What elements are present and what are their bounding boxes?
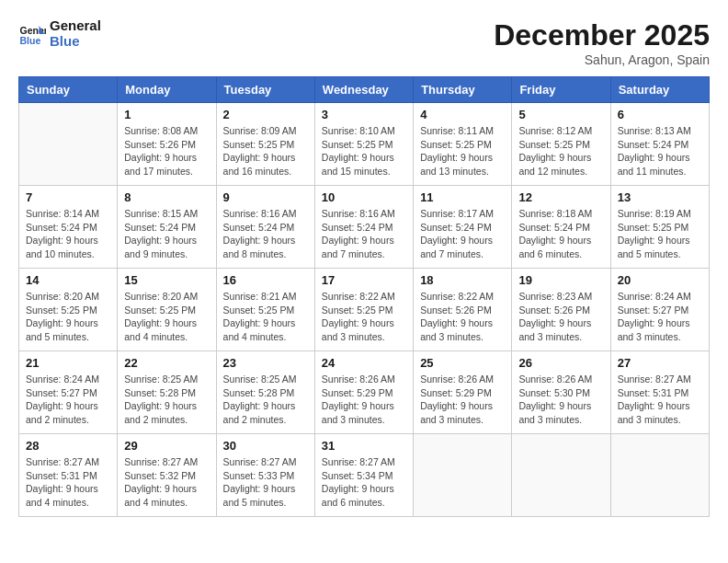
- day-number: 17: [322, 273, 406, 287]
- calendar-table: SundayMondayTuesdayWednesdayThursdayFrid…: [18, 76, 710, 517]
- calendar-cell: 2Sunrise: 8:09 AMSunset: 5:25 PMDaylight…: [216, 103, 314, 186]
- day-number: 14: [26, 273, 110, 287]
- sunrise-text: Sunrise: 8:23 AM: [518, 290, 603, 304]
- day-number: 13: [618, 190, 702, 204]
- daylight-text-2: and 3 minutes.: [518, 330, 603, 344]
- day-info: Sunrise: 8:13 AMSunset: 5:24 PMDaylight:…: [618, 124, 702, 178]
- day-number: 19: [518, 273, 603, 287]
- daylight-text-1: Daylight: 9 hours: [518, 316, 603, 330]
- sunrise-text: Sunrise: 8:14 AM: [26, 207, 110, 221]
- calendar-cell: 15Sunrise: 8:20 AMSunset: 5:25 PMDayligh…: [118, 269, 216, 351]
- daylight-text-2: and 3 minutes.: [618, 413, 702, 427]
- sunrise-text: Sunrise: 8:27 AM: [322, 455, 406, 469]
- daylight-text-2: and 5 minutes.: [618, 247, 702, 261]
- calendar-week-3: 14Sunrise: 8:20 AMSunset: 5:25 PMDayligh…: [19, 269, 710, 351]
- daylight-text-1: Daylight: 9 hours: [26, 482, 110, 496]
- daylight-text-1: Daylight: 9 hours: [518, 399, 603, 413]
- daylight-text-2: and 12 minutes.: [518, 165, 603, 178]
- sunrise-text: Sunrise: 8:24 AM: [618, 290, 702, 304]
- calendar-cell: 26Sunrise: 8:26 AMSunset: 5:30 PMDayligh…: [512, 351, 610, 434]
- sunset-text: Sunset: 5:24 PM: [322, 221, 406, 235]
- day-info: Sunrise: 8:09 AMSunset: 5:25 PMDaylight:…: [223, 124, 308, 178]
- daylight-text-1: Daylight: 9 hours: [420, 151, 505, 165]
- sunrise-text: Sunrise: 8:19 AM: [618, 207, 702, 221]
- sunset-text: Sunset: 5:27 PM: [26, 386, 110, 400]
- daylight-text-1: Daylight: 9 hours: [124, 399, 209, 413]
- calendar-cell: 23Sunrise: 8:25 AMSunset: 5:28 PMDayligh…: [216, 351, 314, 434]
- sunrise-text: Sunrise: 8:21 AM: [223, 290, 308, 304]
- day-number: 22: [124, 356, 209, 370]
- sunrise-text: Sunrise: 8:27 AM: [124, 455, 209, 469]
- calendar-cell: [610, 434, 709, 517]
- day-number: 9: [223, 190, 308, 204]
- sunset-text: Sunset: 5:25 PM: [618, 221, 702, 235]
- daylight-text-2: and 5 minutes.: [26, 330, 110, 344]
- daylight-text-1: Daylight: 9 hours: [518, 151, 603, 165]
- sunset-text: Sunset: 5:27 PM: [618, 304, 702, 317]
- daylight-text-2: and 2 minutes.: [26, 413, 110, 427]
- daylight-text-2: and 3 minutes.: [322, 330, 406, 344]
- weekday-header-tuesday: Tuesday: [216, 77, 314, 103]
- day-number: 30: [223, 439, 308, 453]
- calendar-cell: [19, 103, 118, 186]
- calendar-header-row: SundayMondayTuesdayWednesdayThursdayFrid…: [19, 77, 710, 103]
- day-info: Sunrise: 8:25 AMSunset: 5:28 PMDaylight:…: [124, 373, 209, 427]
- daylight-text-1: Daylight: 9 hours: [26, 399, 110, 413]
- sunrise-text: Sunrise: 8:27 AM: [26, 455, 110, 469]
- sunrise-text: Sunrise: 8:25 AM: [124, 373, 209, 386]
- daylight-text-2: and 5 minutes.: [223, 496, 308, 510]
- daylight-text-1: Daylight: 9 hours: [223, 316, 308, 330]
- sunrise-text: Sunrise: 8:26 AM: [420, 373, 505, 386]
- sunrise-text: Sunrise: 8:18 AM: [518, 207, 603, 221]
- daylight-text-1: Daylight: 9 hours: [223, 234, 308, 247]
- day-number: 29: [124, 439, 209, 453]
- daylight-text-2: and 4 minutes.: [124, 496, 209, 510]
- day-info: Sunrise: 8:25 AMSunset: 5:28 PMDaylight:…: [223, 373, 308, 427]
- sunset-text: Sunset: 5:28 PM: [223, 386, 308, 400]
- calendar-week-4: 21Sunrise: 8:24 AMSunset: 5:27 PMDayligh…: [19, 351, 710, 434]
- calendar-week-1: 1Sunrise: 8:08 AMSunset: 5:26 PMDaylight…: [19, 103, 710, 186]
- sunset-text: Sunset: 5:31 PM: [26, 469, 110, 483]
- calendar-cell: 18Sunrise: 8:22 AMSunset: 5:26 PMDayligh…: [414, 269, 512, 351]
- calendar-cell: 1Sunrise: 8:08 AMSunset: 5:26 PMDaylight…: [118, 103, 216, 186]
- daylight-text-1: Daylight: 9 hours: [322, 482, 406, 496]
- calendar-week-5: 28Sunrise: 8:27 AMSunset: 5:31 PMDayligh…: [19, 434, 710, 517]
- day-number: 5: [518, 108, 603, 121]
- sunset-text: Sunset: 5:26 PM: [420, 304, 505, 317]
- sunrise-text: Sunrise: 8:12 AM: [518, 124, 603, 138]
- calendar-cell: 17Sunrise: 8:22 AMSunset: 5:25 PMDayligh…: [314, 269, 413, 351]
- calendar-cell: 20Sunrise: 8:24 AMSunset: 5:27 PMDayligh…: [610, 269, 709, 351]
- day-number: 26: [518, 356, 603, 370]
- calendar-cell: 31Sunrise: 8:27 AMSunset: 5:34 PMDayligh…: [314, 434, 413, 517]
- daylight-text-2: and 7 minutes.: [420, 247, 505, 261]
- day-info: Sunrise: 8:26 AMSunset: 5:29 PMDaylight:…: [322, 373, 406, 427]
- daylight-text-2: and 2 minutes.: [223, 413, 308, 427]
- sunset-text: Sunset: 5:24 PM: [420, 221, 505, 235]
- sunrise-text: Sunrise: 8:15 AM: [124, 207, 209, 221]
- day-info: Sunrise: 8:24 AMSunset: 5:27 PMDaylight:…: [618, 290, 702, 344]
- day-number: 16: [223, 273, 308, 287]
- sunset-text: Sunset: 5:26 PM: [518, 304, 603, 317]
- day-number: 7: [26, 190, 110, 204]
- sunset-text: Sunset: 5:24 PM: [26, 221, 110, 235]
- day-info: Sunrise: 8:20 AMSunset: 5:25 PMDaylight:…: [26, 290, 110, 344]
- day-info: Sunrise: 8:16 AMSunset: 5:24 PMDaylight:…: [223, 207, 308, 261]
- day-number: 20: [618, 273, 702, 287]
- calendar-cell: 22Sunrise: 8:25 AMSunset: 5:28 PMDayligh…: [118, 351, 216, 434]
- daylight-text-2: and 3 minutes.: [518, 413, 603, 427]
- calendar-cell: 10Sunrise: 8:16 AMSunset: 5:24 PMDayligh…: [314, 186, 413, 269]
- daylight-text-2: and 17 minutes.: [124, 165, 209, 178]
- day-number: 2: [223, 108, 308, 121]
- daylight-text-2: and 3 minutes.: [618, 330, 702, 344]
- daylight-text-1: Daylight: 9 hours: [618, 316, 702, 330]
- day-info: Sunrise: 8:27 AMSunset: 5:31 PMDaylight:…: [26, 455, 110, 510]
- daylight-text-1: Daylight: 9 hours: [124, 482, 209, 496]
- sunrise-text: Sunrise: 8:20 AM: [124, 290, 209, 304]
- sunset-text: Sunset: 5:25 PM: [26, 304, 110, 317]
- daylight-text-1: Daylight: 9 hours: [322, 316, 406, 330]
- weekday-header-saturday: Saturday: [610, 77, 709, 103]
- daylight-text-1: Daylight: 9 hours: [618, 151, 702, 165]
- day-number: 10: [322, 190, 406, 204]
- calendar-cell: 4Sunrise: 8:11 AMSunset: 5:25 PMDaylight…: [414, 103, 512, 186]
- daylight-text-2: and 16 minutes.: [223, 165, 308, 178]
